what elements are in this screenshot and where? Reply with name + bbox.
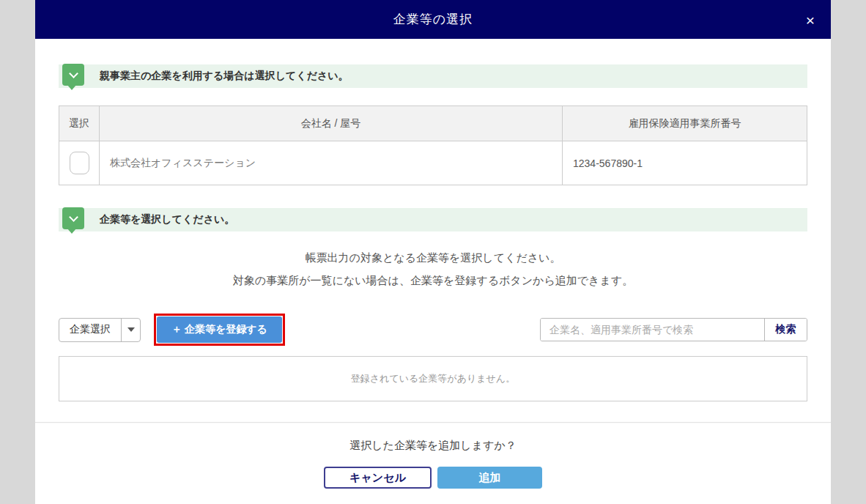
company-select-dropdown-label: 企業選択 [59,319,121,341]
add-button[interactable]: 追加 [437,467,542,489]
section-parent-label: 親事業主の企業を利用する場合は選択してください。 [100,70,349,83]
company-select-checkbox[interactable] [70,152,89,174]
section-parent-company: 親事業主の企業を利用する場合は選択してください。 [59,64,807,88]
footer-buttons: キャンセル 追加 [35,467,831,489]
caret-down-icon [127,327,135,332]
header-company-name: 会社名 / 屋号 [100,106,563,141]
section-select-label: 企業等を選択してください。 [100,213,234,226]
footer-divider [35,422,831,423]
caret-segment[interactable] [121,319,140,341]
footer-question: 選択した企業等を追加しますか？ [35,439,831,453]
table-row: 株式会社オフィスステーション 1234-567890-1 [59,141,807,185]
header-insurance-number: 雇用保険適用事業所番号 [563,106,807,141]
modal-title: 企業等の選択 [393,11,473,28]
chevron-down-badge-icon [62,64,84,86]
select-cell [59,141,100,185]
empty-list-message: 登録されている企業等がありません。 [351,372,515,385]
chevron-down-icon [69,69,78,78]
controls-row: 企業選択 ＋ 企業等を登録する 検索 [59,314,807,346]
search-button[interactable]: 検索 [764,319,807,341]
register-company-button[interactable]: ＋ 企業等を登録する [157,316,282,343]
chevron-down-badge-icon [62,207,84,229]
modal-header: 企業等の選択 × [35,0,831,39]
section-select-company: 企業等を選択してください。 [59,208,807,231]
company-name-cell: 株式会社オフィスステーション [100,141,563,185]
company-select-modal: 企業等の選択 × 親事業主の企業を利用する場合は選択してください。 選択 会社名… [35,0,831,504]
instruction-line-1: 帳票出力の対象となる企業等を選択してください。 [35,246,831,269]
table-header-row: 選択 会社名 / 屋号 雇用保険適用事業所番号 [59,106,807,141]
close-icon[interactable]: × [806,12,815,27]
insurance-number-cell: 1234-567890-1 [563,141,807,185]
highlight-red-frame: ＋ 企業等を登録する [154,314,285,346]
header-select: 選択 [59,106,100,141]
company-select-dropdown[interactable]: 企業選択 [59,318,141,342]
search-input[interactable] [541,319,764,341]
instruction-line-2: 対象の事業所が一覧にない場合は、企業等を登録するボタンから追加できます。 [35,269,831,292]
cancel-button[interactable]: キャンセル [324,467,432,489]
parent-company-table: 選択 会社名 / 屋号 雇用保険適用事業所番号 株式会社オフィスステーション 1… [59,105,807,185]
empty-company-list: 登録されている企業等がありません。 [59,356,807,401]
chevron-down-icon [69,212,78,222]
search-group: 検索 [540,318,807,341]
instructions: 帳票出力の対象となる企業等を選択してください。 対象の事業所が一覧にない場合は、… [35,246,831,292]
